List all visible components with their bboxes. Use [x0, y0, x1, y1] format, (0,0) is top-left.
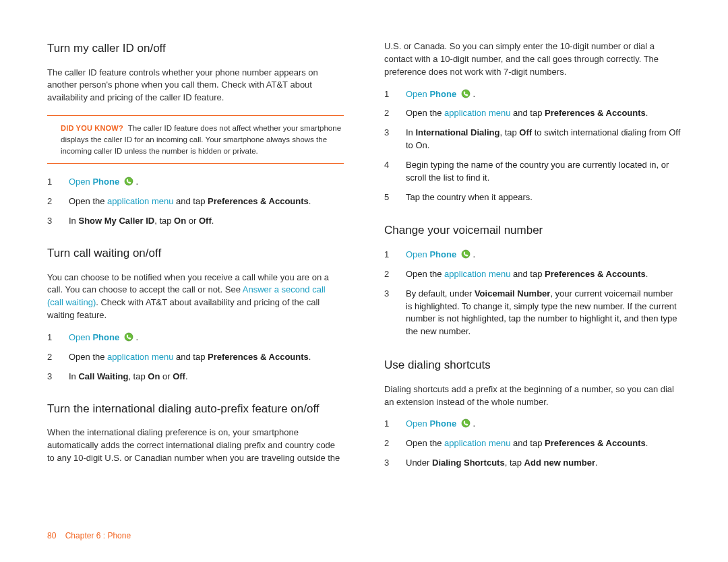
step-body: Begin typing the name of the country you…: [406, 159, 681, 185]
t: Preferences & Accounts: [545, 269, 646, 279]
heading-caller-id: Turn my caller ID on/off: [47, 40, 344, 57]
t: .: [212, 216, 214, 226]
t: Preferences & Accounts: [545, 108, 646, 118]
heading-intl-dialing: Turn the international dialing auto-pref…: [47, 401, 344, 418]
t: Open the: [406, 108, 444, 118]
t: Add new number: [524, 458, 595, 468]
t: , tap: [505, 458, 524, 468]
page-number: 80: [47, 531, 56, 540]
t: Open: [406, 418, 429, 429]
callout-label: DID YOU KNOW?: [61, 124, 123, 132]
steps-voicemail: Open Phone . Open the application menu a…: [384, 249, 681, 338]
step-body: Open Phone .: [69, 176, 344, 189]
t: .: [185, 371, 188, 381]
step-body: Tap the country when it appears.: [406, 191, 681, 204]
step-body: Open the application menu and tap Prefer…: [69, 195, 344, 208]
step-body: In International Dialing, tap Off to swi…: [406, 127, 681, 152]
step: Open the application menu and tap Prefer…: [384, 268, 681, 281]
t: On: [174, 216, 186, 226]
step-body: Under Dialing Shortcuts, tap Add new num…: [406, 457, 681, 470]
application-menu-link[interactable]: application menu: [444, 108, 510, 118]
step: Open the application menu and tap Prefer…: [47, 195, 344, 208]
t: International Dialing: [415, 127, 499, 137]
t: Call Waiting: [78, 371, 128, 381]
step: Open Phone .: [384, 88, 681, 101]
step: Begin typing the name of the country you…: [384, 159, 681, 185]
t: Phone: [429, 249, 456, 259]
step-body: Open the application menu and tap Prefer…: [406, 437, 681, 450]
t: .: [646, 438, 648, 448]
chapter-label: Chapter 6 : Phone: [65, 531, 131, 540]
step-body: By default, under Voicemail Number, your…: [406, 288, 681, 338]
t: Off: [199, 216, 212, 226]
phone-icon: [461, 89, 471, 98]
t: , tap: [128, 371, 148, 381]
t: By default, under: [406, 288, 475, 299]
step-body: In Call Waiting, tap On or Off.: [69, 371, 344, 383]
t: Phone: [429, 418, 456, 429]
phone-icon: [124, 332, 133, 342]
step-body: In Show My Caller ID, tap On or Off.: [69, 215, 344, 228]
step: Under Dialing Shortcuts, tap Add new num…: [384, 457, 681, 470]
t: and tap: [510, 438, 545, 448]
phone-icon: [124, 177, 133, 186]
left-column: Turn my caller ID on/off The caller ID f…: [47, 40, 344, 513]
manual-page: Turn my caller ID on/off The caller ID f…: [0, 0, 728, 562]
paragraph: You can choose to be notified when you r…: [47, 272, 344, 322]
t: Preferences & Accounts: [208, 196, 309, 206]
t: Open the: [406, 269, 444, 279]
application-menu-link[interactable]: application menu: [444, 438, 510, 448]
t: Open the: [69, 196, 107, 206]
t: .: [473, 249, 475, 259]
t: .: [309, 352, 311, 362]
step: In Call Waiting, tap On or Off.: [47, 371, 344, 383]
t: Preferences & Accounts: [545, 438, 646, 448]
t: Open: [69, 332, 92, 342]
steps-intl-dialing: Open Phone . Open the application menu a…: [384, 88, 681, 204]
t: .: [473, 418, 475, 429]
phone-icon: [461, 418, 471, 428]
t: Show My Caller ID: [78, 216, 154, 226]
heading-dialing-shortcuts: Use dialing shortcuts: [384, 357, 681, 374]
open-phone-link[interactable]: Open Phone: [406, 418, 459, 429]
t: or: [186, 216, 199, 226]
t: or: [160, 371, 173, 381]
application-menu-link[interactable]: application menu: [107, 196, 173, 206]
open-phone-link[interactable]: Open Phone: [69, 332, 122, 342]
heading-call-waiting: Turn call waiting on/off: [47, 245, 344, 262]
t: and tap: [510, 269, 545, 279]
application-menu-link[interactable]: application menu: [444, 269, 510, 279]
steps-caller-id: Open Phone . Open the application menu a…: [47, 176, 344, 228]
step: Open the application menu and tap Prefer…: [384, 437, 681, 450]
t: .: [646, 108, 648, 118]
open-phone-link[interactable]: Open Phone: [406, 89, 459, 99]
t: .: [309, 196, 311, 206]
t: In: [69, 216, 78, 226]
step-body: Open Phone .: [69, 332, 344, 344]
open-phone-link[interactable]: Open Phone: [406, 249, 459, 259]
step-body: Open Phone .: [406, 88, 681, 101]
step: Open the application menu and tap Prefer…: [47, 351, 344, 364]
open-phone-link[interactable]: Open Phone: [69, 177, 122, 187]
t: Open: [406, 89, 429, 99]
paragraph-continued: U.S. or Canada. So you can simply enter …: [384, 40, 681, 79]
t: Off: [519, 127, 532, 137]
t: In: [69, 371, 78, 381]
t: Open: [406, 249, 429, 259]
t: .: [135, 177, 138, 187]
application-menu-link[interactable]: application menu: [107, 352, 173, 362]
step: In Show My Caller ID, tap On or Off.: [47, 215, 344, 228]
phone-icon: [461, 249, 471, 259]
t: .: [595, 458, 598, 468]
t: , tap: [499, 127, 519, 137]
t: .: [473, 89, 475, 99]
t: Voicemail Number: [475, 288, 550, 299]
t: In: [406, 127, 415, 137]
t: Dialing Shortcuts: [432, 458, 505, 468]
t: and tap: [173, 352, 208, 362]
t: Phone: [92, 332, 119, 342]
step-body: Open the application menu and tap Prefer…: [406, 268, 681, 281]
steps-dialing-shortcuts: Open Phone . Open the application menu a…: [384, 418, 681, 470]
t: Phone: [92, 177, 119, 187]
paragraph: Dialing shortcuts add a prefix at the be…: [384, 383, 681, 409]
